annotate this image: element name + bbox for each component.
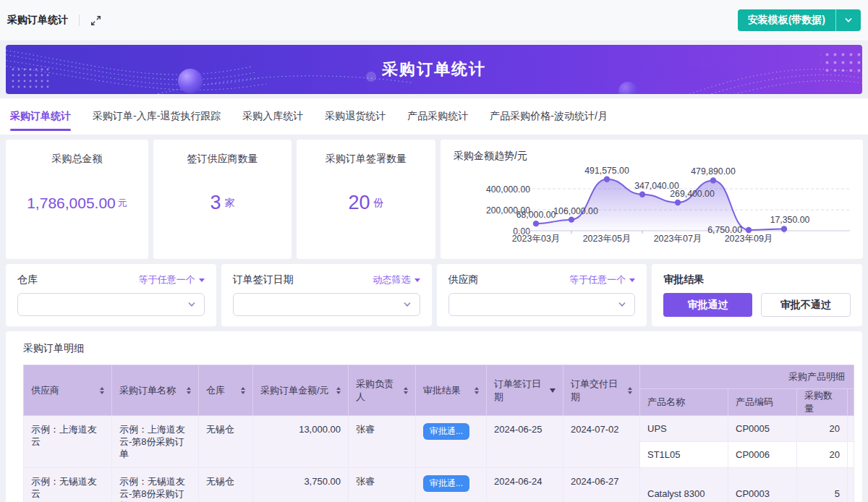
- stat-card: 采购订单签署数量20份: [297, 140, 435, 259]
- x-axis-label: 2023年07月: [654, 234, 702, 244]
- install-template-button[interactable]: 安装模板(带数据): [738, 9, 861, 31]
- cell-product-code: CP0006: [728, 442, 797, 468]
- filter-condition[interactable]: 等于任意一个: [569, 273, 635, 286]
- chart-point[interactable]: [604, 176, 610, 182]
- chart-point[interactable]: [746, 227, 752, 233]
- product-column-header[interactable]: 产品编码: [728, 389, 797, 416]
- cell-owner: 张睿: [349, 468, 416, 502]
- column-header[interactable]: 订单交付日期: [563, 365, 640, 416]
- stat-value-number: 3: [210, 192, 221, 214]
- cell-approval: 审批通...: [416, 416, 487, 468]
- tab-item[interactable]: 采购入库统计: [242, 98, 303, 135]
- chart-point[interactable]: [675, 200, 681, 205]
- cell-amount: 13,000.00: [253, 416, 349, 468]
- column-header[interactable]: 订单签订日期: [487, 365, 563, 416]
- approval-option-button[interactable]: 审批不通过: [761, 293, 851, 317]
- cell-product-name: ST1L05: [640, 442, 728, 468]
- column-header[interactable]: 采购订单名称: [112, 365, 199, 416]
- stat-card-value: 20份: [348, 166, 383, 259]
- stat-value-unit: 家: [225, 197, 235, 210]
- column-label: 审批结果: [423, 384, 461, 397]
- stat-card: 签订供应商数量3家: [153, 140, 292, 259]
- filter-select[interactable]: [448, 293, 636, 316]
- chart-point[interactable]: [781, 226, 787, 231]
- product-column-header[interactable]: 采购数量: [797, 389, 848, 416]
- banner: 采购订单统计: [6, 45, 862, 94]
- sort-icon[interactable]: [628, 387, 632, 394]
- chevron-down-icon[interactable]: [836, 9, 861, 31]
- sort-icon[interactable]: [550, 388, 556, 393]
- purchase-order-table: 供应商采购订单名称仓库采购订单金额/元采购负责人审批结果订单签订日期订单交付日期…: [23, 365, 854, 502]
- chevron-down-icon: [187, 302, 196, 307]
- chart-point[interactable]: [710, 177, 716, 183]
- chart-point[interactable]: [639, 191, 645, 197]
- stat-card-title: 采购总金额: [52, 153, 103, 166]
- filter-select[interactable]: [17, 293, 205, 316]
- approval-option-button[interactable]: 审批通过: [663, 293, 752, 317]
- sort-icon[interactable]: [336, 387, 341, 394]
- column-header[interactable]: 审批结果: [416, 365, 487, 416]
- chart-point[interactable]: [533, 221, 539, 226]
- approval-filter-label: 审批结果: [663, 273, 704, 286]
- cell-order-name: 示例：无锡道友云-第8份采购订单: [112, 468, 199, 502]
- sort-icon[interactable]: [404, 387, 408, 394]
- filter-head: 订单签订日期动态筛选: [233, 273, 420, 286]
- column-header[interactable]: 采购负责人: [349, 365, 416, 416]
- column-label: 采购负责人: [356, 378, 401, 404]
- filter-card: 供应商等于任意一个: [437, 264, 647, 326]
- sort-icon[interactable]: [241, 387, 245, 394]
- cell-amount: 3,750.00: [253, 468, 349, 502]
- divider: [79, 14, 80, 26]
- tab-item[interactable]: 采购退货统计: [325, 98, 386, 135]
- chevron-down-icon: [618, 302, 626, 307]
- gutter-cell: [848, 416, 854, 442]
- column-label: 仓库: [206, 384, 225, 397]
- stat-value-number: 1,786,005.00: [27, 195, 116, 212]
- column-header[interactable]: 采购订单金额/元: [253, 365, 349, 416]
- tab-item[interactable]: 采购订单统计: [10, 98, 71, 135]
- filter-condition[interactable]: 动态筛选: [373, 273, 420, 286]
- point-label: 106,000.00: [553, 206, 598, 216]
- gutter-column: [848, 389, 854, 416]
- filter-condition[interactable]: 等于任意一个: [139, 273, 205, 286]
- cell-approval: 审批通...: [416, 468, 487, 502]
- cell-product-code: CP0005: [728, 416, 797, 442]
- point-label: 491,575.00: [584, 166, 629, 176]
- column-label: 订单交付日期: [571, 378, 625, 404]
- cell-sign-date: 2024-06-24: [487, 468, 563, 502]
- point-label: 269,400.00: [670, 189, 715, 199]
- topbar: 采购订单统计 安装模板(带数据): [0, 0, 868, 41]
- cell-product-qty: 20: [797, 442, 848, 468]
- approval-badge[interactable]: 审批通...: [423, 423, 469, 440]
- sort-icon[interactable]: [187, 387, 191, 394]
- tab-item[interactable]: 产品采购价格-波动统计/月: [490, 98, 608, 135]
- chart-point[interactable]: [569, 216, 574, 222]
- tab-item[interactable]: 产品采购统计: [407, 98, 468, 135]
- tab-item[interactable]: 采购订单-入库-退货执行跟踪: [93, 98, 221, 135]
- column-label: 订单签订日期: [494, 378, 547, 404]
- caret-down-icon: [414, 278, 420, 282]
- product-column-header[interactable]: 产品名称: [640, 389, 728, 416]
- column-header[interactable]: 供应商: [24, 365, 112, 416]
- stats-row: 采购总金额1,786,005.00元签订供应商数量3家采购订单签署数量20份 采…: [6, 140, 862, 259]
- fullscreen-icon[interactable]: [90, 15, 101, 26]
- product-group-header: 采购产品明细: [640, 365, 854, 389]
- filters-row: 仓库等于任意一个订单签订日期动态筛选供应商等于任意一个 审批结果 审批通过审批不…: [6, 264, 862, 326]
- sort-icon[interactable]: [100, 387, 104, 394]
- point-label: 479,890.00: [691, 166, 736, 176]
- cell-delivery-date: 2024-06-27: [563, 468, 640, 502]
- filter-select[interactable]: [233, 293, 420, 316]
- approval-buttons: 审批通过审批不通过: [663, 293, 851, 317]
- column-header[interactable]: 仓库: [199, 365, 253, 416]
- x-axis-label: 2023年09月: [725, 234, 773, 244]
- stat-value-unit: 元: [118, 197, 127, 210]
- column-label: 采购订单金额/元: [260, 384, 329, 397]
- sort-icon[interactable]: [475, 387, 479, 394]
- column-label: 供应商: [31, 384, 59, 397]
- chevron-down-icon: [403, 302, 412, 307]
- stat-card-value: 1,786,005.00元: [27, 166, 127, 259]
- install-template-label[interactable]: 安装模板(带数据): [738, 9, 835, 31]
- approval-badge[interactable]: 审批通...: [423, 475, 469, 492]
- filter-card: 订单签订日期动态筛选: [221, 264, 432, 326]
- stat-card-value: 3家: [210, 166, 234, 259]
